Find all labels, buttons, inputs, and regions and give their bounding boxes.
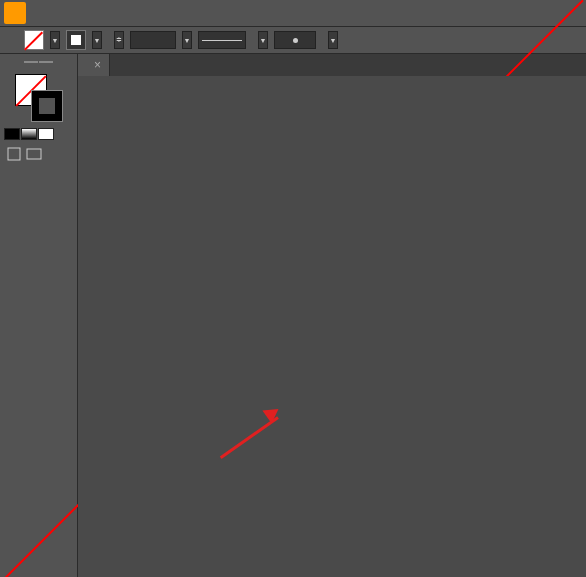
tool-grid (0, 66, 77, 70)
gradient-swatch[interactable] (21, 128, 37, 140)
close-icon[interactable]: × (94, 58, 101, 72)
svg-rect-1 (27, 149, 41, 159)
screen-mode-row (0, 142, 77, 166)
scale-dropdown[interactable]: ▼ (258, 31, 268, 49)
stroke-weight-dropdown[interactable]: ▼ (182, 31, 192, 49)
annotation-arrow (208, 416, 278, 419)
stroke-dropdown[interactable]: ▼ (92, 31, 102, 49)
color-mode-row (0, 126, 77, 142)
stroke-weight-input[interactable] (130, 31, 176, 49)
svg-rect-0 (8, 148, 20, 160)
stroke-indicator[interactable] (31, 90, 63, 122)
stroke-style-preview[interactable] (198, 31, 246, 49)
fill-stroke-control[interactable] (15, 74, 63, 122)
screen-mode-icon[interactable] (26, 146, 42, 162)
canvas[interactable] (78, 76, 586, 577)
menu-bar (0, 0, 586, 26)
draw-mode-icon[interactable] (6, 146, 22, 162)
panel-grip[interactable] (0, 58, 77, 66)
app-logo (4, 2, 26, 24)
fill-dropdown[interactable]: ▼ (50, 31, 60, 49)
workspace: × (0, 54, 586, 577)
fill-swatch[interactable] (24, 30, 44, 50)
tools-panel (0, 54, 78, 577)
color-swatch-black[interactable] (4, 128, 20, 140)
brush-dropdown[interactable]: ▼ (328, 31, 338, 49)
stroke-stepper[interactable]: ≑ (114, 31, 124, 49)
options-bar: ▼ ▼ ≑ ▼ ▼ ▼ (0, 26, 586, 54)
none-swatch[interactable] (38, 128, 54, 140)
canvas-area: × (78, 54, 586, 577)
document-tab[interactable]: × (78, 54, 110, 76)
artwork-leaf (238, 116, 488, 526)
brush-preview[interactable] (274, 31, 316, 49)
stroke-swatch[interactable] (66, 30, 86, 50)
